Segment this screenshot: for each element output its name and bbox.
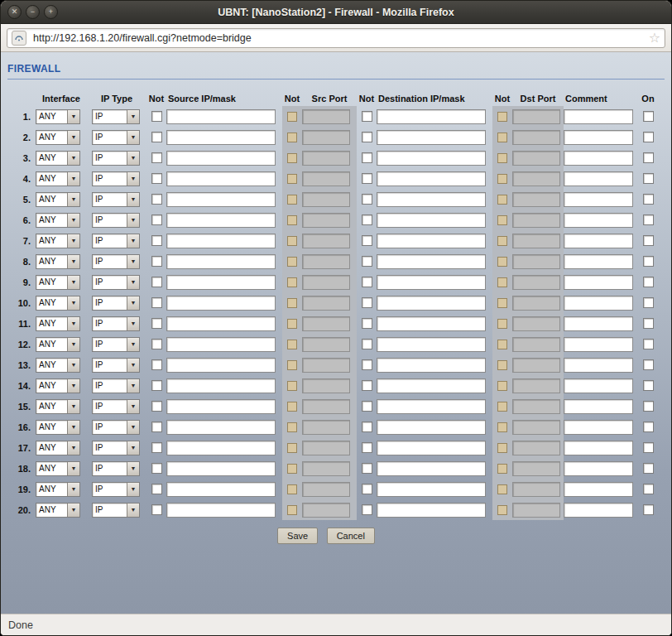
on-checkbox[interactable] (643, 401, 654, 412)
ip-type-select[interactable]: IP ▼ (92, 503, 140, 518)
comment-input[interactable] (564, 420, 633, 435)
ip-type-select[interactable]: IP ▼ (92, 171, 140, 186)
not-source-checkbox[interactable] (151, 339, 162, 349)
destination-ip-input[interactable] (377, 399, 486, 414)
not-destination-checkbox[interactable] (362, 297, 372, 308)
on-checkbox[interactable] (643, 297, 654, 308)
on-checkbox[interactable] (643, 111, 654, 122)
source-ip-input[interactable] (166, 254, 276, 269)
source-ip-input[interactable] (166, 109, 276, 124)
ip-type-select[interactable]: IP ▼ (92, 399, 140, 414)
not-destination-checkbox[interactable] (362, 256, 372, 267)
on-checkbox[interactable] (643, 359, 654, 370)
destination-ip-input[interactable] (377, 275, 486, 290)
ip-type-select[interactable]: IP ▼ (92, 482, 140, 497)
site-identity-button[interactable] (12, 31, 26, 46)
destination-ip-input[interactable] (377, 296, 486, 311)
interface-select[interactable]: ANY ▼ (36, 503, 80, 518)
ip-type-select[interactable]: IP ▼ (92, 461, 140, 476)
on-checkbox[interactable] (643, 339, 654, 349)
destination-ip-input[interactable] (377, 358, 486, 373)
not-destination-checkbox[interactable] (362, 111, 372, 122)
ip-type-select[interactable]: IP ▼ (92, 420, 140, 435)
comment-input[interactable] (564, 151, 633, 166)
close-icon[interactable]: ✕ (7, 5, 22, 19)
interface-select[interactable]: ANY ▼ (36, 358, 80, 373)
not-destination-checkbox[interactable] (362, 214, 372, 225)
not-source-checkbox[interactable] (151, 318, 162, 329)
interface-select[interactable]: ANY ▼ (36, 213, 80, 228)
source-ip-input[interactable] (166, 130, 276, 145)
not-source-checkbox[interactable] (151, 401, 162, 412)
ip-type-select[interactable]: IP ▼ (92, 234, 140, 248)
destination-ip-input[interactable] (377, 171, 486, 186)
source-ip-input[interactable] (166, 192, 276, 207)
not-source-checkbox[interactable] (151, 194, 162, 205)
comment-input[interactable] (564, 337, 633, 352)
ip-type-select[interactable]: IP ▼ (92, 378, 140, 393)
source-ip-input[interactable] (166, 399, 276, 414)
ip-type-select[interactable]: IP ▼ (92, 337, 140, 352)
interface-select[interactable]: ANY ▼ (36, 337, 80, 352)
interface-select[interactable]: ANY ▼ (36, 420, 80, 435)
on-checkbox[interactable] (643, 194, 654, 205)
ip-type-select[interactable]: IP ▼ (92, 254, 140, 269)
destination-ip-input[interactable] (377, 482, 486, 497)
not-source-checkbox[interactable] (151, 442, 162, 453)
interface-select[interactable]: ANY ▼ (36, 296, 80, 311)
destination-ip-input[interactable] (377, 109, 486, 124)
destination-ip-input[interactable] (377, 130, 486, 145)
on-checkbox[interactable] (643, 214, 654, 225)
on-checkbox[interactable] (643, 504, 654, 515)
not-source-checkbox[interactable] (151, 111, 162, 122)
not-source-checkbox[interactable] (151, 359, 162, 370)
not-destination-checkbox[interactable] (362, 442, 372, 453)
comment-input[interactable] (564, 441, 633, 455)
ip-type-select[interactable]: IP ▼ (92, 358, 140, 373)
on-checkbox[interactable] (643, 318, 654, 329)
destination-ip-input[interactable] (377, 151, 486, 166)
ip-type-select[interactable]: IP ▼ (92, 441, 140, 455)
source-ip-input[interactable] (166, 171, 276, 186)
not-destination-checkbox[interactable] (362, 132, 372, 142)
comment-input[interactable] (564, 275, 633, 290)
not-source-checkbox[interactable] (151, 152, 162, 163)
on-checkbox[interactable] (643, 173, 654, 184)
comment-input[interactable] (564, 316, 633, 331)
source-ip-input[interactable] (166, 337, 276, 352)
not-source-checkbox[interactable] (151, 380, 162, 391)
not-destination-checkbox[interactable] (362, 422, 372, 432)
ip-type-select[interactable]: IP ▼ (92, 316, 140, 331)
comment-input[interactable] (564, 378, 633, 393)
source-ip-input[interactable] (166, 296, 276, 311)
destination-ip-input[interactable] (377, 213, 486, 228)
not-destination-checkbox[interactable] (362, 235, 372, 246)
interface-select[interactable]: ANY ▼ (36, 482, 80, 497)
destination-ip-input[interactable] (377, 503, 486, 518)
interface-select[interactable]: ANY ▼ (36, 254, 80, 269)
not-source-checkbox[interactable] (151, 277, 162, 287)
not-source-checkbox[interactable] (151, 504, 162, 515)
interface-select[interactable]: ANY ▼ (36, 130, 80, 145)
comment-input[interactable] (564, 358, 633, 373)
source-ip-input[interactable] (166, 482, 276, 497)
ip-type-select[interactable]: IP ▼ (92, 213, 140, 228)
destination-ip-input[interactable] (377, 337, 486, 352)
on-checkbox[interactable] (643, 235, 654, 246)
destination-ip-input[interactable] (377, 254, 486, 269)
destination-ip-input[interactable] (377, 441, 486, 455)
minimize-icon[interactable]: − (26, 5, 40, 19)
interface-select[interactable]: ANY ▼ (36, 234, 80, 248)
not-destination-checkbox[interactable] (362, 152, 372, 163)
on-checkbox[interactable] (643, 484, 654, 494)
ip-type-select[interactable]: IP ▼ (92, 192, 140, 207)
destination-ip-input[interactable] (377, 316, 486, 331)
comment-input[interactable] (564, 296, 633, 311)
not-source-checkbox[interactable] (151, 484, 162, 494)
not-destination-checkbox[interactable] (362, 359, 372, 370)
not-source-checkbox[interactable] (151, 132, 162, 142)
interface-select[interactable]: ANY ▼ (36, 316, 80, 331)
titlebar[interactable]: ✕ − + UBNT: [NanoStation2] - Firewall - … (1, 1, 671, 24)
interface-select[interactable]: ANY ▼ (36, 275, 80, 290)
source-ip-input[interactable] (166, 461, 276, 476)
